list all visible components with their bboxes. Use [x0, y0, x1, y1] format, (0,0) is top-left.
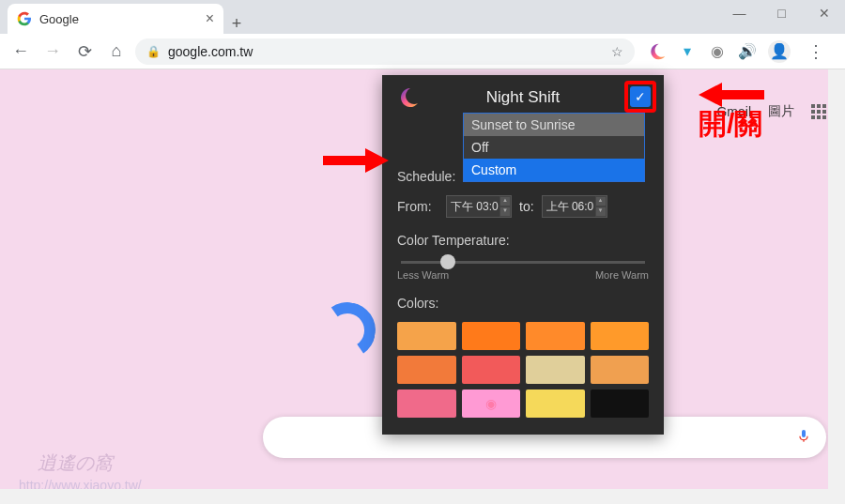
to-time-value: 上午 06:0: [546, 199, 594, 215]
horizontal-scrollbar[interactable]: [0, 489, 828, 504]
url-text: google.com.tw: [168, 44, 253, 59]
color-swatch-8[interactable]: [397, 389, 456, 418]
color-swatch-0[interactable]: [397, 322, 456, 350]
color-swatches: ◉: [397, 322, 649, 418]
more-warm-label: More Warm: [595, 269, 649, 281]
color-temp-label: Color Temperature:: [397, 233, 649, 248]
url-input[interactable]: 🔒 google.com.tw ☆: [135, 38, 635, 65]
annotation-arrow-schedule: [323, 146, 389, 175]
reload-button[interactable]: ⟳: [71, 38, 98, 65]
window-minimize[interactable]: —: [718, 0, 760, 26]
voice-search-icon[interactable]: [796, 426, 811, 450]
night-shift-logo-icon: [397, 86, 420, 109]
svg-marker-1: [699, 83, 764, 107]
profile-avatar[interactable]: 👤: [768, 40, 791, 63]
from-time-value: 下午 03:0: [451, 199, 499, 215]
color-swatch-10[interactable]: [526, 389, 585, 418]
browser-menu-icon[interactable]: ⋮: [802, 41, 830, 62]
schedule-label: Schedule:: [397, 169, 459, 184]
forward-button[interactable]: →: [39, 38, 66, 65]
window-close[interactable]: ✕: [803, 0, 845, 26]
schedule-dropdown[interactable]: Sunset to Sunrise Off Custom: [463, 113, 645, 182]
night-shift-ext-icon[interactable]: [648, 42, 667, 61]
google-favicon: [17, 11, 32, 26]
schedule-option-off[interactable]: Off: [464, 136, 644, 159]
to-label: to:: [519, 199, 534, 214]
apps-grid-icon[interactable]: [811, 104, 826, 119]
bookmark-star-icon[interactable]: ☆: [611, 44, 623, 59]
tab-close-icon[interactable]: ×: [206, 10, 214, 27]
popup-title: Night Shift: [486, 88, 560, 107]
from-label: From:: [397, 199, 438, 214]
window-maximize[interactable]: □: [760, 0, 803, 26]
color-swatch-9[interactable]: ◉: [462, 389, 521, 418]
night-shift-popup: Night Shift ✓ Schedule: Sunset to Sunris…: [382, 75, 664, 435]
color-swatch-11[interactable]: [591, 389, 650, 418]
schedule-option-custom[interactable]: Custom: [464, 159, 644, 181]
less-warm-label: Less Warm: [397, 269, 449, 281]
from-time-input[interactable]: 下午 03:0 ▲▼: [446, 195, 512, 218]
new-tab-button[interactable]: +: [223, 14, 250, 34]
color-temp-slider[interactable]: [401, 261, 645, 264]
annotation-text-toggle: 開/關: [699, 105, 762, 144]
color-swatch-1[interactable]: [462, 322, 521, 350]
to-time-input[interactable]: 上午 06:0 ▲▼: [542, 195, 607, 218]
tab-title: Google: [39, 12, 79, 26]
color-swatch-4[interactable]: [397, 356, 456, 384]
back-button[interactable]: ←: [8, 38, 34, 65]
images-link[interactable]: 圖片: [768, 103, 794, 120]
schedule-option-sunset[interactable]: Sunset to Sunrise: [464, 114, 644, 136]
ext-icon-2[interactable]: ▾: [678, 42, 697, 61]
sound-icon[interactable]: 🔊: [738, 42, 757, 61]
lock-icon: 🔒: [146, 45, 161, 58]
home-button[interactable]: ⌂: [103, 38, 130, 65]
from-spinner[interactable]: ▲▼: [499, 196, 511, 217]
address-bar: ← → ⟳ ⌂ 🔒 google.com.tw ☆ ▾ ◉ 🔊 👤 ⋮: [0, 34, 845, 69]
color-swatch-7[interactable]: [591, 356, 650, 384]
colors-label: Colors:: [397, 296, 649, 311]
svg-marker-0: [323, 148, 389, 173]
color-swatch-5[interactable]: [462, 356, 521, 384]
eye-ext-icon[interactable]: ◉: [708, 42, 727, 61]
browser-tab[interactable]: Google ×: [8, 4, 223, 34]
color-swatch-2[interactable]: [526, 322, 585, 350]
vertical-scrollbar[interactable]: [828, 69, 845, 504]
color-swatch-6[interactable]: [526, 356, 585, 384]
enable-toggle-checkbox[interactable]: ✓: [630, 86, 651, 107]
slider-thumb[interactable]: [440, 254, 455, 269]
google-logo: [315, 298, 380, 363]
to-spinner[interactable]: ▲▼: [595, 196, 607, 217]
color-swatch-3[interactable]: [591, 322, 650, 350]
watermark-text: 逍遙の窩: [38, 451, 113, 476]
